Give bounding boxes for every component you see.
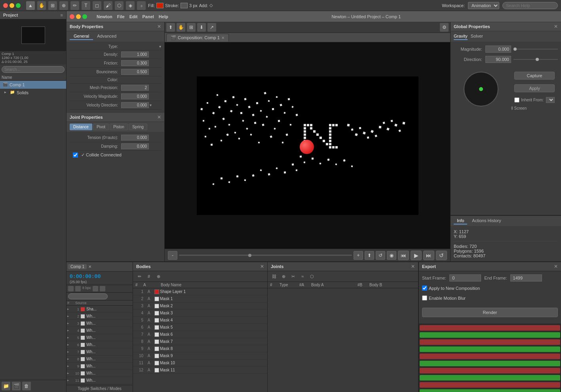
apply-new-comp-checkbox[interactable]	[422, 285, 427, 291]
layer-row-6[interactable]: ▸ 6 Wh...	[67, 341, 133, 348]
joints-icon-5[interactable]: ⬡	[308, 273, 316, 280]
new-folder-btn[interactable]: 📁	[2, 382, 10, 390]
layer-row-2[interactable]: ▸ 2 Wh...	[67, 313, 133, 320]
velocity-magnitude-input[interactable]	[121, 93, 149, 99]
timeline-comp-tab[interactable]: Comp 1	[68, 264, 87, 269]
body-row-3[interactable]: 3 A Mask 2	[133, 303, 267, 310]
bodies-close[interactable]: ✕	[260, 264, 264, 269]
bounciness-input[interactable]	[121, 69, 149, 75]
workspace-dropdown[interactable]: Animation	[468, 2, 499, 9]
select-tool[interactable]: ▲	[26, 1, 35, 10]
capture-button[interactable]: Capture	[514, 72, 555, 80]
collide-connected-checkbox[interactable]	[73, 152, 78, 158]
newton-menu-newton[interactable]: Newton	[97, 14, 112, 19]
viewer-snap-btn[interactable]: ◉	[387, 251, 396, 260]
body-tab-general[interactable]: General	[70, 33, 93, 40]
stamp-tool[interactable]: ⬡	[115, 1, 124, 10]
text-tool[interactable]: T	[82, 1, 90, 10]
fill-color-box[interactable]	[156, 3, 164, 8]
joints-icon-4[interactable]: ≈	[299, 273, 306, 280]
grid-tool[interactable]: ⊞	[48, 1, 57, 10]
inherit-dropdown[interactable]	[546, 97, 555, 103]
layer-row-4[interactable]: ▸ 4 Wh...	[67, 327, 133, 334]
search-help-input[interactable]	[502, 2, 558, 9]
joints-icon-1[interactable]: ⛓	[270, 273, 278, 280]
layer-row-9[interactable]: ▸ 9 Wh...	[67, 363, 133, 370]
timeline-close[interactable]: ✕	[88, 265, 91, 269]
comp-tool-3[interactable]: ⊞	[187, 23, 196, 32]
timeline-tool-1[interactable]	[68, 286, 74, 291]
newton-menu-edit[interactable]: Edit	[129, 14, 138, 19]
viewer-zoom-in[interactable]: +	[354, 251, 363, 260]
comp-settings-btn[interactable]: ⚙	[440, 23, 449, 32]
body-row-12[interactable]: 12 A Mask 11	[133, 367, 267, 374]
newton-menu-help[interactable]: Help	[159, 14, 168, 19]
joints-icon-2[interactable]: ⊕	[280, 273, 287, 280]
bodies-icon-3[interactable]: ⊕	[154, 273, 162, 280]
viewer-refresh-btn[interactable]: ↺	[376, 251, 385, 260]
pen-tool[interactable]: ✏	[70, 1, 79, 10]
inherit-checkbox[interactable]	[514, 97, 519, 103]
bodies-icon-1[interactable]: ✏	[135, 273, 143, 280]
eraser-tool[interactable]: ◈	[126, 1, 135, 10]
comp-tool-2[interactable]: ✋	[177, 23, 185, 32]
timeline-tool-3[interactable]	[93, 286, 98, 291]
body-tab-advanced[interactable]: Advanced	[93, 33, 120, 40]
apply-button[interactable]: Apply	[514, 84, 555, 92]
toggle-switches-bar[interactable]: Toggle Switches / Modes	[67, 385, 133, 392]
joints-icon-3[interactable]: ✂	[289, 273, 297, 280]
direction-input[interactable]	[485, 56, 511, 63]
timeline-search-input[interactable]	[68, 293, 108, 299]
anchor-tool[interactable]: ⊕	[59, 1, 68, 10]
start-frame-input[interactable]	[449, 274, 481, 282]
timeline-tool-4[interactable]	[100, 286, 105, 291]
loop-btn[interactable]: ↺	[436, 251, 447, 260]
body-row-11[interactable]: 11 A Mask 10	[133, 360, 267, 367]
end-frame-input[interactable]	[510, 274, 542, 282]
mesh-precision-input[interactable]	[121, 85, 149, 91]
global-tab-gravity[interactable]: Gravity	[454, 33, 468, 40]
newton-min-btn[interactable]	[76, 14, 81, 19]
project-search-input[interactable]	[2, 66, 65, 73]
info-tab[interactable]: Info	[454, 217, 467, 225]
global-close[interactable]: ✕	[554, 24, 558, 29]
density-input[interactable]	[121, 51, 149, 57]
skip-back-btn[interactable]: ⏮	[398, 251, 409, 260]
puppet-tool[interactable]: ⬨	[137, 1, 146, 10]
body-row-4[interactable]: 4 A Mask 3	[133, 310, 267, 317]
shape-tool[interactable]: ◻	[93, 1, 101, 10]
body-row-2[interactable]: 2 A Mask 1	[133, 295, 267, 303]
project-item-comp1[interactable]: 🎬 Comp 1	[0, 81, 66, 89]
joint-tab-piston[interactable]: Piston	[110, 124, 128, 130]
joint-tab-pivot[interactable]: Pivot	[93, 124, 109, 130]
direction-slider[interactable]	[513, 59, 558, 60]
comp-tab-close[interactable]: ✕	[221, 36, 224, 40]
play-btn[interactable]: ▶	[411, 251, 422, 260]
body-row-7[interactable]: 7 A Mask 6	[133, 331, 267, 338]
enable-motion-blur-checkbox[interactable]	[422, 295, 427, 301]
render-button[interactable]: Render	[422, 308, 558, 317]
damping-input[interactable]	[121, 143, 149, 149]
body-row-6[interactable]: 6 A Mask 5	[133, 324, 267, 331]
friction-input[interactable]	[121, 60, 149, 66]
body-row-10[interactable]: 10 A Mask 9	[133, 352, 267, 360]
body-row-5[interactable]: 5 A Mask 4	[133, 317, 267, 324]
comp-tool-4[interactable]: ⬇	[197, 23, 206, 32]
layer-row-11[interactable]: ▸ 11 Wh...	[67, 377, 133, 384]
layer-row-7[interactable]: ▸ 7 Wh...	[67, 348, 133, 356]
new-comp-btn[interactable]: 🎬	[12, 382, 21, 390]
newton-max-btn[interactable]	[82, 14, 87, 19]
stroke-color-box[interactable]	[181, 3, 188, 8]
viewer-fit-btn[interactable]: ⬆	[365, 251, 374, 260]
timeline-tool-2[interactable]	[75, 286, 81, 291]
comp-tab-comp1[interactable]: 🎬 Composition: Comp 1 ✕	[166, 34, 229, 42]
hand-tool[interactable]: ✋	[37, 1, 46, 10]
layer-row-3[interactable]: ▸ 3 Wh...	[67, 320, 133, 327]
body-row-8[interactable]: 8 A Mask 7	[133, 338, 267, 345]
maximize-button[interactable]	[16, 3, 21, 8]
bodies-icon-2[interactable]: #	[145, 273, 153, 280]
delete-item-btn[interactable]: 🗑	[22, 382, 31, 390]
body-row-9[interactable]: 9 A Mask 8	[133, 345, 267, 352]
actions-history-tab[interactable]: Actions History	[469, 217, 504, 225]
magnitude-slider[interactable]	[513, 49, 558, 49]
